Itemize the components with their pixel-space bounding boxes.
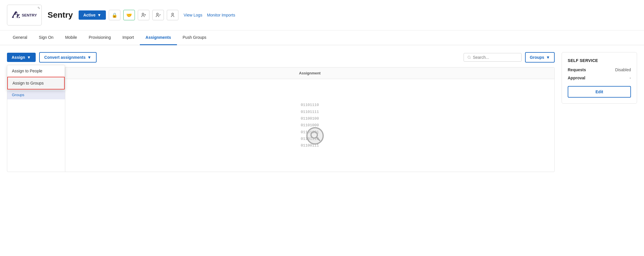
assignment-column-header: Assignment	[65, 67, 554, 79]
requests-value: Disabled	[615, 67, 631, 72]
lock-toolbar-icon[interactable]: 🔒	[109, 10, 120, 20]
groups-arrow: ▼	[546, 55, 550, 60]
magnifier-icon	[306, 127, 324, 145]
tab-import[interactable]: Import	[117, 30, 140, 45]
assign-label: Assign	[12, 55, 25, 60]
convert-assignments-button[interactable]: Convert assignments ▼	[39, 52, 97, 63]
binary-line-2: 01101111	[301, 109, 319, 115]
logo-text: SENTRY	[22, 13, 37, 17]
filter-groups[interactable]: Groups	[7, 90, 65, 99]
tab-sign-on[interactable]: Sign On	[33, 30, 59, 45]
magnifier-svg	[309, 130, 321, 142]
requests-label: Requests	[568, 67, 586, 72]
tab-provisioning[interactable]: Provisioning	[83, 30, 117, 45]
assign-to-groups-item[interactable]: Assign to Groups	[7, 77, 65, 89]
table-body: People Groups 01101110 01101111 01100100…	[7, 79, 554, 172]
person-assign-icon	[155, 12, 161, 18]
logo-sentry: SENTRY	[12, 11, 37, 19]
search-box	[464, 53, 522, 62]
binary-line-3: 01100100	[301, 115, 319, 122]
assign-dropdown-menu: Assign to People Assign to Groups	[7, 65, 65, 90]
assignment-column: 01101110 01101111 01100100 01101000 0110…	[65, 79, 554, 172]
requests-row: Requests Disabled	[568, 67, 631, 72]
svg-point-0	[142, 13, 144, 15]
person-icon	[170, 12, 175, 18]
handshake-toolbar-icon[interactable]: 🤝	[123, 10, 135, 20]
header-controls: Active ▼ 🔒 🤝 View Logs Monitor Imports	[79, 10, 235, 20]
edit-button[interactable]: Edit	[568, 86, 631, 98]
groups-button[interactable]: Groups ▼	[525, 52, 555, 63]
svg-point-5	[468, 56, 470, 58]
tab-general[interactable]: General	[7, 30, 33, 45]
assign-arrow: ▼	[27, 55, 31, 60]
binary-line-1: 01101110	[301, 102, 319, 108]
header-links: View Logs Monitor Imports	[184, 13, 235, 17]
status-arrow: ▼	[97, 13, 101, 17]
svg-point-4	[172, 13, 173, 15]
sentry-logo-icon	[12, 11, 20, 19]
status-button[interactable]: Active ▼	[79, 10, 106, 20]
logo-box: ✎ SENTRY	[7, 5, 42, 25]
search-icon	[467, 55, 471, 59]
person-add-icon	[141, 12, 146, 18]
view-logs-link[interactable]: View Logs	[184, 13, 202, 17]
self-service-panel: SELF SERVICE Requests Disabled Approval …	[562, 52, 637, 104]
left-panel: Assign ▼ Assign to People Assign to Grou…	[7, 52, 555, 172]
assign-to-people-item[interactable]: Assign to People	[7, 65, 65, 77]
approval-value: -	[629, 76, 631, 80]
approval-row: Approval -	[568, 76, 631, 80]
convert-label: Convert assignments	[44, 55, 86, 60]
person-add-toolbar-icon[interactable]	[138, 10, 149, 20]
toolbar: Assign ▼ Assign to People Assign to Grou…	[7, 52, 555, 63]
person-assign-toolbar-icon[interactable]	[152, 10, 164, 20]
svg-point-3	[157, 13, 158, 15]
groups-label: Groups	[530, 55, 544, 60]
self-service-title: SELF SERVICE	[568, 58, 631, 63]
convert-arrow: ▼	[87, 55, 91, 60]
nav-tabs: General Sign On Mobile Provisioning Impo…	[0, 30, 644, 45]
assign-button[interactable]: Assign ▼	[7, 53, 36, 62]
monitor-imports-link[interactable]: Monitor Imports	[207, 13, 235, 17]
tab-push-groups[interactable]: Push Groups	[177, 30, 212, 45]
svg-line-8	[316, 137, 320, 140]
main-content: Assign ▼ Assign to People Assign to Grou…	[0, 45, 644, 179]
svg-line-6	[470, 58, 471, 58]
tab-mobile[interactable]: Mobile	[59, 30, 83, 45]
edit-icon[interactable]: ✎	[37, 6, 40, 10]
search-input[interactable]	[473, 55, 518, 60]
assignments-table: Filter Assignment People Groups 01101110…	[7, 67, 555, 172]
status-label: Active	[83, 13, 95, 17]
app-title: Sentry	[48, 10, 73, 20]
table-header: Filter Assignment	[7, 67, 554, 79]
approval-label: Approval	[568, 76, 585, 80]
filter-column: People Groups	[7, 79, 65, 172]
tab-assignments[interactable]: Assignments	[140, 30, 177, 45]
person-toolbar-icon[interactable]	[167, 10, 178, 20]
app-header: ✎ SENTRY Sentry Active ▼ 🔒 🤝	[0, 0, 644, 30]
